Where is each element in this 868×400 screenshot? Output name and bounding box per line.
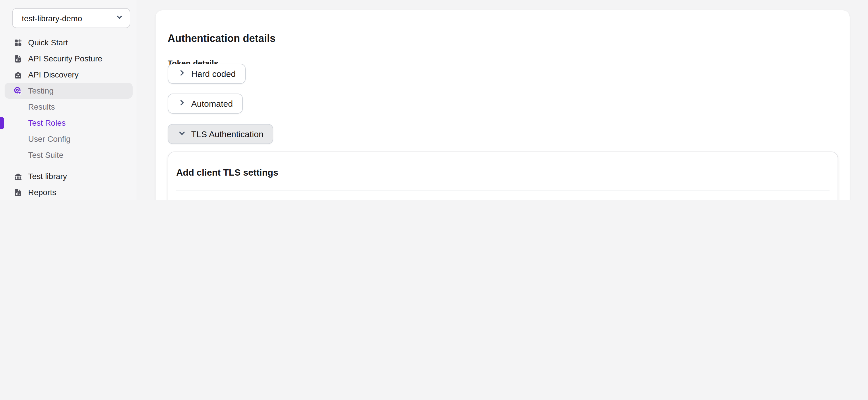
project-selector[interactable]: test-library-demo <box>12 8 130 28</box>
project-selector-value: test-library-demo <box>22 13 82 23</box>
file-chart-icon <box>14 54 22 63</box>
sidebar-nav: Quick Start API Security Posture <box>5 34 133 200</box>
sidebar-item-test-library[interactable]: Test library <box>5 168 133 184</box>
sidebar-item-results[interactable]: Results <box>5 99 133 115</box>
sidebar-item-api-discovery[interactable]: API Discovery <box>5 67 133 83</box>
file-chart-icon <box>14 188 22 196</box>
sidebar-item-user-config[interactable]: User Config <box>5 131 133 147</box>
sidebar: test-library-demo Quick Start <box>0 0 137 200</box>
page-title: Authentication details <box>167 33 276 45</box>
chevron-down-icon <box>178 129 186 139</box>
main-panel: Authentication details Token details Har… <box>156 10 849 200</box>
active-item-indicator <box>0 117 4 129</box>
chevron-down-icon <box>115 13 123 23</box>
target-cursor-icon <box>14 86 22 95</box>
hard-coded-accordion-button[interactable]: Hard coded <box>167 64 245 84</box>
sidebar-item-test-suite[interactable]: Test Suite <box>5 147 133 163</box>
sidebar-item-api-security-posture[interactable]: API Security Posture <box>5 51 133 67</box>
tls-settings-card: Add client TLS settings CA certificate C… <box>167 152 838 200</box>
sidebar-item-reports[interactable]: Reports <box>5 184 133 200</box>
warehouse-icon <box>14 70 22 79</box>
card-divider <box>176 190 830 191</box>
automated-accordion-button[interactable]: Automated <box>167 94 243 114</box>
sidebar-item-quick-start[interactable]: Quick Start <box>5 34 133 51</box>
chevron-right-icon <box>178 99 186 109</box>
app-window: test-library-demo Quick Start <box>0 0 868 200</box>
bank-icon <box>14 172 22 181</box>
grid-plus-icon <box>14 38 22 47</box>
tls-authentication-accordion-button[interactable]: TLS Authentication <box>167 124 273 144</box>
chevron-right-icon <box>178 69 186 79</box>
sidebar-item-test-roles[interactable]: Test Roles <box>5 115 133 131</box>
sidebar-item-testing[interactable]: Testing <box>5 83 133 99</box>
tls-card-title: Add client TLS settings <box>176 167 278 178</box>
